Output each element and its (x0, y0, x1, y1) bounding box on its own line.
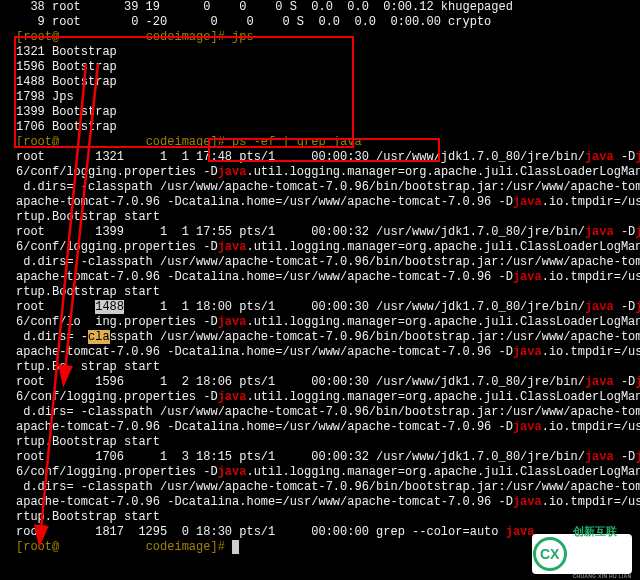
annotation-box-jps (14, 36, 354, 148)
watermark-text: 创新互联 (573, 524, 632, 539)
annotation-box-psef (208, 138, 440, 162)
watermark-logo: CX 创新互联 CHUANG XIN HU LIAN (532, 534, 632, 574)
